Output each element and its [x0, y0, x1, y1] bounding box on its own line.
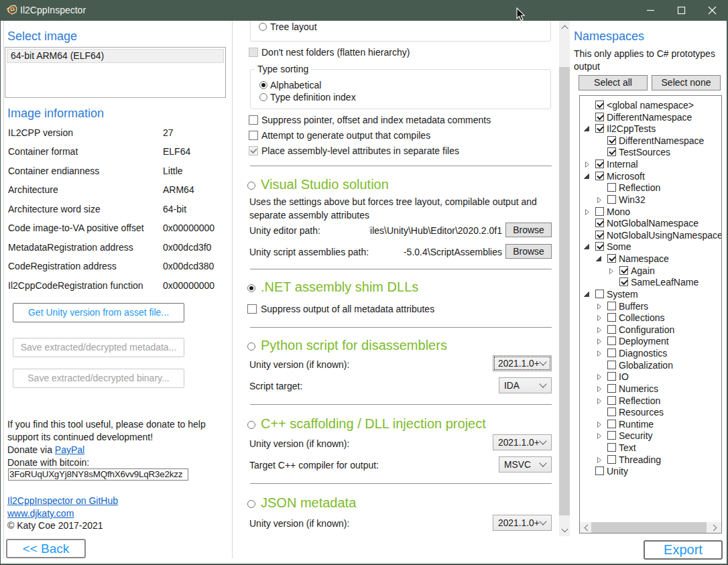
tree-item-checkbox[interactable]: [607, 195, 616, 204]
tree-expander-expanded-icon[interactable]: [596, 255, 602, 262]
alphabetical-radio[interactable]: [259, 81, 267, 89]
tree-item--global-namespace-[interactable]: <global namespace>: [580, 99, 721, 111]
tree-item-checkbox[interactable]: [595, 242, 604, 251]
tree-item-checkbox[interactable]: [607, 313, 616, 322]
tree-item-checkbox[interactable]: [607, 302, 616, 310]
tree-expander-collapsed-icon[interactable]: [597, 314, 602, 322]
tree-expander-collapsed-icon[interactable]: [597, 303, 602, 310]
tree-item-checkbox[interactable]: [607, 349, 616, 357]
tree-expander-collapsed-icon[interactable]: [597, 373, 602, 381]
tree-item-numerics[interactable]: Numerics: [580, 383, 721, 395]
tree-item-checkbox[interactable]: [607, 431, 616, 440]
maximize-button[interactable]: [666, 0, 697, 21]
tree-item-diagnostics[interactable]: Diagnostics: [580, 347, 721, 359]
tree-item-checkbox[interactable]: [595, 124, 604, 133]
tree-item-checkbox[interactable]: [607, 443, 616, 452]
tree-item-checkbox[interactable]: [619, 277, 628, 286]
json-metadata-radio[interactable]: [247, 500, 255, 508]
tree-item-checkbox[interactable]: [607, 384, 616, 393]
python-script-radio[interactable]: [247, 342, 255, 351]
tree-layout-radio[interactable]: [259, 23, 267, 31]
tree-expander-collapsed-icon[interactable]: [597, 397, 602, 405]
tree-item-checkbox[interactable]: [607, 407, 616, 416]
tree-item-reflection[interactable]: Reflection: [580, 182, 721, 194]
tree-item-some[interactable]: Some: [580, 241, 721, 253]
tree-expander-collapsed-icon[interactable]: [597, 385, 602, 393]
unity-editor-path-input[interactable]: Files\Unity\Hub\Editor\2020.2.0f1: [369, 225, 502, 237]
tree-item-runtime[interactable]: Runtime: [580, 418, 721, 430]
tree-item-checkbox[interactable]: [595, 101, 604, 109]
select-none-button[interactable]: Select none: [652, 75, 721, 90]
tree-item-deployment[interactable]: Deployment: [580, 335, 721, 347]
suppress-metadata-checkbox[interactable]: [247, 304, 257, 314]
tree-expander-collapsed-icon[interactable]: [609, 267, 614, 275]
tree-item-configuration[interactable]: Configuration: [580, 324, 721, 336]
tree-item-checkbox[interactable]: [595, 218, 604, 227]
unity-assemblies-browse-button[interactable]: Browse: [505, 244, 552, 259]
select-all-button[interactable]: Select all: [579, 75, 648, 90]
tree-item-checkbox[interactable]: [607, 325, 616, 334]
tree-expander-collapsed-icon[interactable]: [585, 161, 590, 168]
flatten-hierarchy-checkbox[interactable]: [249, 48, 258, 57]
tree-item-collections[interactable]: Collections: [580, 312, 721, 324]
type-definition-index-radio[interactable]: [259, 93, 267, 101]
tree-item-differentnamespace[interactable]: DifferentNamespace: [580, 135, 721, 147]
paypal-link[interactable]: PayPal: [55, 444, 84, 455]
tree-item-win32[interactable]: Win32: [580, 194, 721, 206]
tree-item-resources[interactable]: Resources: [580, 406, 721, 418]
tree-expander-expanded-icon[interactable]: [584, 173, 590, 180]
tree-item-checkbox[interactable]: [607, 396, 616, 405]
tree-expander-expanded-icon[interactable]: [584, 243, 590, 250]
tree-expander-expanded-icon[interactable]: [584, 125, 590, 132]
tree-item-reflection[interactable]: Reflection: [580, 395, 721, 407]
attempt-compile-checkbox[interactable]: [249, 131, 258, 140]
suppress-pointer-checkbox[interactable]: [249, 115, 258, 125]
tree-item-checkbox[interactable]: [595, 207, 604, 216]
scroll-up-icon[interactable]: [562, 25, 568, 32]
tree-expander-collapsed-icon[interactable]: [597, 432, 602, 440]
get-unity-version-button[interactable]: Get Unity version from asset file...: [13, 303, 184, 322]
tree-item-il2cpptests[interactable]: Il2CppTests: [580, 123, 721, 135]
tree-item-microsoft[interactable]: Microsoft: [580, 170, 721, 182]
tree-item-checkbox[interactable]: [607, 136, 616, 145]
tree-item-checkbox[interactable]: [595, 231, 604, 239]
tree-item-globalization[interactable]: Globalization: [580, 359, 721, 371]
tree-item-sameleafname[interactable]: SameLeafName: [580, 276, 721, 288]
tree-expander-collapsed-icon[interactable]: [597, 456, 602, 464]
tree-item-checkbox[interactable]: [595, 113, 604, 121]
tree-item-system[interactable]: System: [580, 288, 721, 300]
visual-studio-radio[interactable]: [247, 182, 255, 190]
scroll-right-icon[interactable]: [711, 525, 717, 531]
save-metadata-button[interactable]: Save extracted/decrypted metadata...: [13, 338, 184, 357]
tree-item-io[interactable]: IO: [580, 371, 721, 383]
tree-item-checkbox[interactable]: [607, 361, 616, 369]
save-binary-button[interactable]: Save extracted/decrypted binary...: [13, 369, 184, 388]
tree-item-checkbox[interactable]: [607, 372, 616, 381]
unity-editor-browse-button[interactable]: Browse: [505, 223, 552, 237]
tree-item-internal[interactable]: Internal: [580, 158, 721, 170]
tree-item-checkbox[interactable]: [607, 420, 616, 428]
tree-item-checkbox[interactable]: [607, 455, 616, 464]
github-link[interactable]: Il2CppInspector on GitHub: [7, 495, 118, 506]
tree-expander-collapsed-icon[interactable]: [597, 196, 602, 204]
tree-item-checkbox[interactable]: [607, 147, 616, 156]
tree-scrollbar-thumb[interactable]: [591, 522, 707, 533]
options-vertical-scrollbar[interactable]: [559, 21, 570, 536]
tree-item-again[interactable]: Again: [580, 265, 721, 277]
tree-item-checkbox[interactable]: [607, 336, 616, 345]
tree-item-checkbox[interactable]: [595, 172, 604, 180]
python-unity-version-combo[interactable]: 2021.1.0+: [493, 355, 552, 371]
tree-expander-collapsed-icon[interactable]: [597, 326, 602, 334]
tree-item-checkbox[interactable]: [607, 183, 616, 192]
tree-expander-collapsed-icon[interactable]: [585, 208, 590, 216]
scroll-left-icon[interactable]: [585, 525, 591, 531]
tree-item-threading[interactable]: Threading: [580, 454, 721, 466]
dotnet-shim-radio[interactable]: [247, 284, 255, 292]
tree-item-namespace[interactable]: Namespace: [580, 253, 721, 265]
cpp-unity-version-combo[interactable]: 2021.1.0+: [493, 434, 552, 450]
tree-item-notglobalusingnamespace[interactable]: NotGlobalUsingNamespace: [580, 229, 721, 241]
cpp-compiler-combo[interactable]: MSVC: [499, 456, 552, 473]
scroll-down-icon[interactable]: [562, 526, 568, 533]
tree-item-checkbox[interactable]: [607, 254, 616, 263]
tree-item-checkbox[interactable]: [595, 290, 604, 298]
